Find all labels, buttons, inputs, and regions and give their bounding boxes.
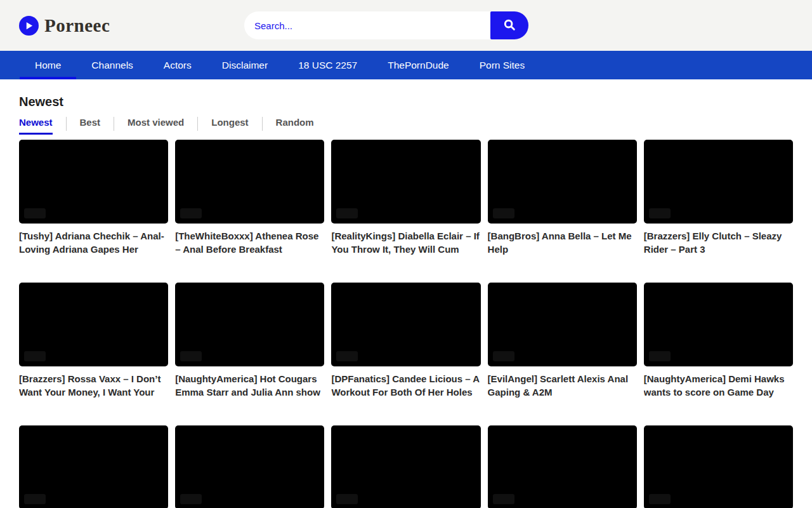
video-title[interactable]: [Brazzers] Elly Clutch – Sleazy Rider – …: [644, 229, 793, 256]
video-card[interactable]: [331, 425, 480, 508]
tab-random[interactable]: Random: [276, 113, 314, 135]
video-title[interactable]: [RealityKings] Diabella Eclair – If You …: [331, 229, 480, 256]
video-card[interactable]: [644, 425, 793, 508]
duration-badge: [649, 494, 671, 504]
brand-name: Porneec: [44, 15, 110, 36]
search-input[interactable]: [244, 11, 504, 39]
video-card[interactable]: [Brazzers] Elly Clutch – Sleazy Rider – …: [644, 140, 793, 256]
video-card[interactable]: [NaughtyAmerica] Demi Hawks wants to sco…: [644, 283, 793, 399]
tab-most-viewed[interactable]: Most viewed: [128, 113, 184, 135]
video-card[interactable]: [NaughtyAmerica] Hot Cougars Emma Starr …: [175, 283, 324, 399]
video-thumbnail[interactable]: [644, 425, 793, 508]
duration-badge: [649, 208, 671, 218]
video-title[interactable]: [EvilAngel] Scarlett Alexis Anal Gaping …: [488, 372, 637, 399]
video-title[interactable]: [TheWhiteBoxxx] Athenea Rose – Anal Befo…: [175, 229, 324, 256]
duration-badge: [180, 208, 202, 218]
video-card[interactable]: [BangBros] Anna Bella – Let Me Help: [488, 140, 637, 256]
nav-item-theporndude[interactable]: ThePornDude: [372, 51, 464, 79]
nav-item-porn-sites[interactable]: Porn Sites: [464, 51, 540, 79]
brand-logo[interactable]: Porneec: [19, 15, 110, 36]
duration-badge: [24, 208, 46, 218]
video-card[interactable]: [19, 425, 168, 508]
nav-item-home[interactable]: Home: [20, 51, 76, 79]
video-thumbnail[interactable]: [19, 283, 168, 366]
duration-badge: [24, 494, 46, 504]
video-thumbnail[interactable]: [488, 283, 637, 366]
video-thumbnail[interactable]: [175, 140, 324, 224]
video-card[interactable]: [DPFanatics] Candee Licious – A Workout …: [331, 283, 480, 399]
duration-badge: [493, 494, 514, 504]
page-title: Newest: [19, 95, 793, 109]
video-thumbnail[interactable]: [644, 140, 793, 224]
tab-divider: [197, 117, 198, 131]
duration-badge: [336, 208, 358, 218]
main-content: Newest Newest Best Most viewed Longest R…: [0, 95, 812, 508]
tab-divider: [114, 117, 114, 131]
nav-item-disclaimer[interactable]: Disclaimer: [207, 51, 283, 79]
play-icon: [19, 16, 39, 36]
duration-badge: [180, 494, 202, 504]
nav-item-18usc2257[interactable]: 18 USC 2257: [283, 51, 372, 79]
video-thumbnail[interactable]: [175, 283, 324, 366]
video-thumbnail[interactable]: [644, 283, 793, 366]
video-title[interactable]: [Tushy] Adriana Chechik – Anal-Loving Ad…: [19, 229, 168, 256]
video-title[interactable]: [DPFanatics] Candee Licious – A Workout …: [331, 372, 480, 399]
video-card[interactable]: [Brazzers] Rossa Vaxx – I Don’t Want You…: [19, 283, 168, 399]
video-title[interactable]: [NaughtyAmerica] Demi Hawks wants to sco…: [644, 372, 793, 399]
tab-newest[interactable]: Newest: [19, 113, 53, 135]
video-thumbnail[interactable]: [488, 425, 637, 508]
video-card[interactable]: [Tushy] Adriana Chechik – Anal-Loving Ad…: [19, 140, 168, 256]
video-title[interactable]: [NaughtyAmerica] Hot Cougars Emma Starr …: [175, 372, 324, 399]
nav-item-channels[interactable]: Channels: [76, 51, 148, 79]
search-icon: [502, 18, 516, 34]
video-thumbnail[interactable]: [331, 283, 480, 366]
sort-tabs: Newest Best Most viewed Longest Random: [19, 113, 793, 135]
video-card[interactable]: [488, 425, 637, 508]
video-thumbnail[interactable]: [331, 425, 480, 508]
video-thumbnail[interactable]: [175, 425, 324, 508]
search-bar: [244, 11, 528, 39]
main-nav: Home Channels Actors Disclaimer 18 USC 2…: [0, 51, 812, 79]
site-header: Porneec: [0, 0, 812, 51]
duration-badge: [493, 351, 514, 361]
duration-badge: [649, 351, 671, 361]
duration-badge: [336, 351, 358, 361]
video-card[interactable]: [EvilAngel] Scarlett Alexis Anal Gaping …: [488, 283, 637, 399]
video-thumbnail[interactable]: [488, 140, 637, 224]
tab-divider: [262, 117, 263, 131]
duration-badge: [24, 351, 46, 361]
nav-item-actors[interactable]: Actors: [148, 51, 207, 79]
video-thumbnail[interactable]: [19, 425, 168, 508]
video-title[interactable]: [BangBros] Anna Bella – Let Me Help: [488, 229, 637, 256]
search-button[interactable]: [490, 11, 528, 39]
duration-badge: [493, 208, 514, 218]
tab-divider: [66, 117, 67, 131]
video-card[interactable]: [175, 425, 324, 508]
tab-best[interactable]: Best: [80, 113, 101, 135]
video-title[interactable]: [Brazzers] Rossa Vaxx – I Don’t Want You…: [19, 372, 168, 399]
duration-badge: [180, 351, 202, 361]
duration-badge: [336, 494, 358, 504]
video-card[interactable]: [RealityKings] Diabella Eclair – If You …: [331, 140, 480, 256]
tab-longest[interactable]: Longest: [211, 113, 248, 135]
video-card[interactable]: [TheWhiteBoxxx] Athenea Rose – Anal Befo…: [175, 140, 324, 256]
video-thumbnail[interactable]: [331, 140, 480, 224]
video-thumbnail[interactable]: [19, 140, 168, 224]
video-grid: [Tushy] Adriana Chechik – Anal-Loving Ad…: [19, 140, 793, 508]
